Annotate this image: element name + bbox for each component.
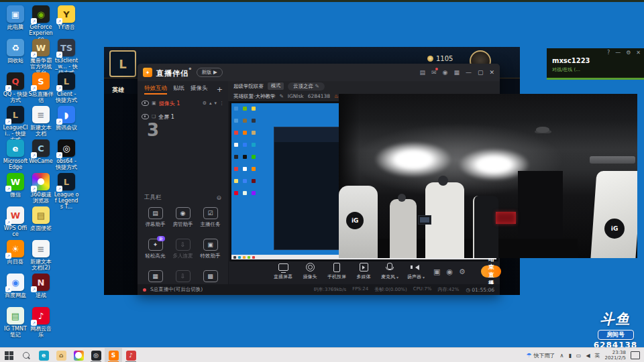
desktop-icon[interactable]: L ↗ Client - 快捷方式 [54,72,79,103]
preview-eye-icon[interactable]: ◉ [446,267,453,276]
stat-item: FPS:24 [352,286,368,293]
toolbox-item[interactable]: ▤ 弹幕助手 [142,204,169,236]
chevron-down-icon[interactable]: ▾ [423,275,425,280]
desktop-icon[interactable]: ≡ ↗ 新建文本文档(2) [28,240,54,271]
menu-icon[interactable]: ▦ [453,69,460,76]
desktop-icon[interactable]: N ↗ 逆战 [28,274,54,298]
taskbar-app-button[interactable]: e [35,348,52,362]
toolbox-item[interactable]: ✦ 轻松高光 新 [142,236,169,267]
mode-chip[interactable]: 模式 [268,82,284,90]
shortcut-arrow-icon: ↗ [5,186,11,192]
visibility-eye-icon[interactable] [142,114,149,119]
toolbar-button[interactable]: 摄像头 [301,263,319,280]
scene-tab[interactable]: 摄像头 [191,84,208,95]
desktop-icon[interactable]: TS ↗ ts3client_w... - 快捷方式 [54,39,79,76]
scene-tab[interactable]: 贴纸 [173,84,184,95]
maximize-button[interactable]: ▢ [478,69,484,76]
scene-tab[interactable]: 特效互动 [144,84,167,95]
desktop-icon[interactable]: e ↗ Microsoft Edge [3,139,28,170]
desktop-icon[interactable]: ◗ ↗ 腾讯会议 [54,106,79,131]
desktop-icon[interactable]: ≡ ↗ 新建文本文档 [28,106,54,137]
desktop-icon[interactable]: ↗ 360极速浏览器 [28,173,54,204]
lol-currency-value: 1105 [436,55,453,62]
widget-window-button[interactable]: — [615,50,621,56]
collapse-icon[interactable]: ⊖ [216,194,221,201]
desktop-icon[interactable]: ▤ ↗ 桌面便签 [28,206,54,231]
add-scene-button[interactable]: + [217,85,223,94]
end-stream-button[interactable]: 结束直播 [481,265,502,278]
room-info-row1: 超级学院联赛 模式 云顶之弈 ✎ [228,81,500,91]
widget-window-button[interactable]: ⚙ [626,50,631,56]
volume-icon[interactable]: ◀ [586,353,590,359]
source-row[interactable]: ▣ 摄像头 1 ⚙▴▾⋮ [138,97,228,110]
desktop-icon[interactable]: ◎ ↗ obs64 - 快捷方式 [54,139,79,170]
desktop-icon[interactable]: C ↗ WeCame [28,139,54,164]
start-button[interactable] [0,348,17,362]
desktop-icon[interactable]: Y ↗ YY语音 [54,5,79,30]
scene-tabs: 特效互动贴纸摄像头 + [138,81,228,97]
skin-icon[interactable]: ▤ [420,69,426,76]
record-icon[interactable]: ▣ [433,267,440,276]
ime-indicator[interactable]: 英 [595,352,600,359]
edit-icon[interactable]: ✎ [315,83,319,89]
user-icon[interactable]: ◉ [443,69,448,76]
desktop-icon[interactable]: W ↗ 魔兽争霸官方对战平台 [28,39,54,76]
desktop-icon-label: 百度网盘 [3,292,28,298]
widget-window-button[interactable]: ? [607,50,610,56]
desktop-icon[interactable]: ♪ ↗ 网易云音乐 [28,307,54,338]
game-category-pill[interactable]: 云顶之弈 ✎ [288,82,325,90]
tray-chevron-icon[interactable]: ∧ [560,353,564,359]
toolbox-item[interactable]: ☑ 主播任务 [197,204,224,236]
desktop-icon[interactable]: ◉ ↗ 百度网盘 [3,274,28,298]
display-icon[interactable]: ▭ [576,353,582,359]
tool-label: 弹幕助手 [146,221,166,228]
notification-center-icon[interactable] [631,351,640,359]
chevron-down-icon[interactable]: ▾ [396,275,398,280]
taskbar-app-button[interactable]: ♪ [122,348,140,362]
taskbar-app-button[interactable]: ⌂ [52,348,70,362]
toolbar-button[interactable]: 扬声器▾ [407,263,425,280]
pen-icon[interactable]: ▮ [568,353,571,359]
desktop-icon[interactable]: ☀ ↗ 向日葵 [3,240,28,265]
toolbar-button-icon [306,263,315,272]
toolbox-item[interactable]: ▦ 素材箱 [142,267,169,283]
taskbar-app-button[interactable]: ◎ [87,348,105,362]
desktop-icon[interactable]: S ↗ S总直播伴侣 [28,72,54,103]
desktop-icon[interactable]: Q ↗ QQ - 快捷方式 [3,72,28,103]
toolbox-item[interactable]: ▣ 特效助手 [197,236,224,267]
desktop-icon[interactable]: ◉ ↗ GeForce Experience [28,5,54,43]
desktop-icon[interactable]: ♻ ↗ 回收站 [3,39,28,64]
search-button[interactable] [17,348,35,362]
toolbox-item[interactable]: ⇩ 一键开播 [169,267,197,283]
desktop-icon[interactable]: ▣ ↗ 此电脑 [3,5,28,30]
toolbar-button[interactable]: 手机投屏 [327,263,346,280]
desktop-icon-glyph: W [11,178,20,186]
companion-titlebar[interactable]: ✦ 直播伴侣° 新版 ▶ ▤ ✉ ◉ ▦ — ▢ ✕ [138,64,500,81]
toolbox-item[interactable]: ⇩ 多人连麦 [169,236,197,267]
visibility-eye-icon[interactable] [142,101,149,106]
toolbar-button[interactable]: 多媒体 [355,263,372,280]
minimize-button[interactable]: — [466,69,472,76]
message-icon[interactable]: ✉ [431,69,437,76]
stat-item: CPU:7% [413,286,432,293]
toolbox-item[interactable]: ▩ 弹幕秀 [197,267,224,283]
desktop-icon[interactable]: ▤ ↗ IG TMNT笔记 [3,307,28,338]
toolbox-item[interactable]: ◉ 房管助手 [169,204,197,236]
widget-window-button[interactable]: ✕ [636,50,641,56]
close-button[interactable]: ✕ [489,69,494,76]
desktop-icon-image: L ↗ [7,106,24,123]
taskbar-clock[interactable]: 23:38 2021/2/5 [605,350,626,361]
taskbar-app-button[interactable] [70,348,87,362]
source-actions[interactable]: ⚙▴▾⋮ [203,101,224,106]
settings-gear-icon[interactable]: ⚙ [459,267,466,276]
desktop-icon[interactable]: W ↗ 微信 [3,173,28,198]
toolbar-button[interactable]: 麦克风▾ [381,263,398,280]
weather-widget[interactable]: ☂ 快下雨了 [526,352,555,359]
desktop-icon[interactable]: L ↗ LeagueCli.. - 快捷方式 [3,106,28,143]
version-pill-button[interactable]: 新版 ▶ [197,68,223,77]
desktop-icon[interactable]: L ↗ League of Legends T... [54,173,79,210]
toolbar-button[interactable]: 直播屏幕 [274,263,292,280]
edit-icon[interactable]: ✎ [279,93,283,99]
desktop-icon[interactable]: W ↗ WPS Office [3,206,28,237]
taskbar-app-button[interactable]: S [105,348,122,362]
